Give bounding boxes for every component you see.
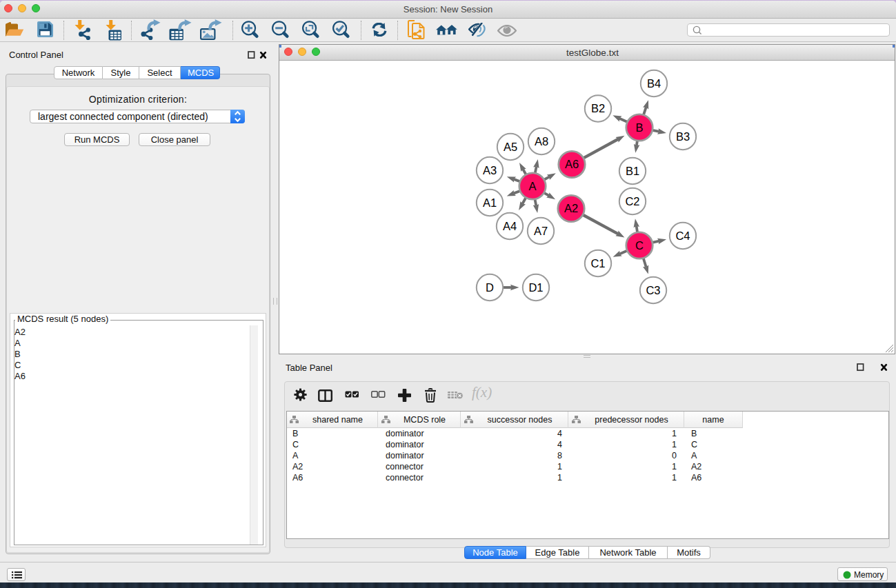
svg-text:A1: A1 xyxy=(483,196,497,209)
svg-text:B4: B4 xyxy=(647,77,661,90)
svg-text:A: A xyxy=(528,180,536,192)
svg-text:B: B xyxy=(635,121,643,134)
svg-text:A2: A2 xyxy=(564,202,578,214)
svg-text:B2: B2 xyxy=(591,102,605,114)
svg-text:D1: D1 xyxy=(528,281,543,294)
svg-text:C3: C3 xyxy=(646,284,660,296)
svg-text:C1: C1 xyxy=(590,257,605,270)
svg-text:A8: A8 xyxy=(535,135,548,148)
svg-text:A5: A5 xyxy=(504,141,517,153)
svg-text:A3: A3 xyxy=(483,164,497,176)
svg-text:A6: A6 xyxy=(565,158,579,170)
svg-text:C: C xyxy=(635,239,644,252)
svg-text:B3: B3 xyxy=(676,130,690,143)
svg-text:A4: A4 xyxy=(503,220,517,232)
svg-text:C4: C4 xyxy=(675,230,690,242)
svg-text:D: D xyxy=(486,281,494,294)
svg-text:A7: A7 xyxy=(534,225,548,237)
svg-text:C2: C2 xyxy=(625,195,639,207)
svg-text:B1: B1 xyxy=(626,165,639,177)
